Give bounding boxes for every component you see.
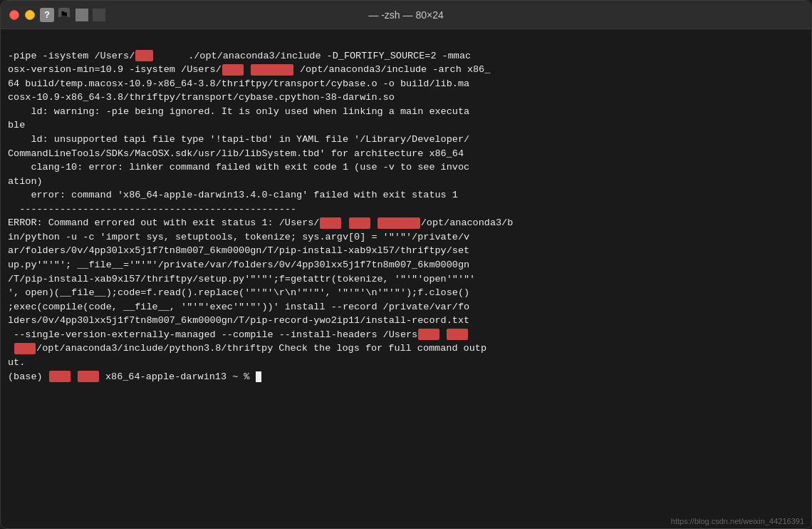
titlebar-title: — -zsh — 80×24: [368, 9, 443, 21]
redacted-5: [349, 217, 370, 229]
redacted-9: [14, 343, 36, 354]
titlebar-flag-icon: ⚑: [58, 8, 70, 22]
cursor: [256, 371, 261, 382]
output-line-17: /T/pip-install-xab9xl57/thriftpy/setup.p…: [8, 274, 475, 284]
output-line-11: error: command 'x86_64-apple-darwin13.4.…: [8, 190, 458, 200]
statusbar: https://blog.csdn.net/weixin_44216391: [1, 514, 811, 528]
terminal-body[interactable]: -pipe -isystem /Users/ ./opt/anaconda3/i…: [1, 29, 811, 514]
redacted-4: [320, 217, 341, 229]
output-line-16: up.py'"'"'; __file__='"'"'/private/var/f…: [8, 260, 469, 270]
redacted-6: [378, 217, 420, 229]
close-button[interactable]: [9, 10, 19, 20]
output-line-5: ld: warning: -pie being ignored. It is o…: [8, 106, 469, 117]
redacted-3: [251, 64, 293, 76]
terminal-window: ? ⚑ — -zsh — 80×24 -pipe -isystem /Users…: [0, 0, 812, 529]
output-line-2: osx-version-min=10.9 -isystem /Users/ /o…: [8, 64, 490, 75]
output-line-21: --single-version-externally-managed --co…: [8, 329, 469, 340]
output-line-8: CommandLineTools/SDKs/MacOSX.sdk/usr/lib…: [8, 148, 464, 159]
titlebar-squares: [74, 9, 107, 21]
output-line-15: ar/folders/0v/4pp30lxx5j1f7tn8m007_6km00…: [8, 245, 469, 256]
redacted-1: [135, 50, 152, 61]
redacted-11: [78, 371, 99, 382]
terminal-output: -pipe -isystem /Users/ ./opt/anaconda3/i…: [8, 35, 804, 398]
titlebar-sq-light: [76, 9, 88, 21]
output-line-18: ', open)(__file__);code=f.read().replace…: [8, 287, 469, 298]
prompt-line: (base) x86_64-apple-darwin13 ~ %: [8, 371, 261, 382]
redacted-10: [49, 371, 71, 382]
output-line-7: ld: unsupported tapi file type '!tapi-tb…: [8, 134, 469, 145]
titlebar: ? ⚑ — -zsh — 80×24: [1, 1, 811, 29]
redacted-2: [222, 64, 244, 76]
output-line-9: clang-10: error: linker command failed w…: [8, 162, 469, 173]
titlebar-sq-dark: [93, 9, 105, 21]
output-line-3: 64 build/temp.macosx-10.9-x86_64-3.8/thr…: [8, 78, 469, 89]
minimize-button[interactable]: [25, 10, 35, 20]
output-line-19: ;exec(compile(code, __file__, '"'"'exec'…: [8, 302, 469, 312]
output-line-1: -pipe -isystem /Users/ ./opt/anaconda3/i…: [8, 51, 471, 61]
titlebar-controls: ? ⚑: [40, 8, 107, 22]
titlebar-help-icon[interactable]: ?: [40, 8, 54, 22]
statusbar-url: https://blog.csdn.net/weixin_44216391: [671, 517, 804, 525]
output-line-23: ut.: [8, 357, 25, 368]
output-line-4: cosx-10.9-x86_64-3.8/thriftpy/transport/…: [8, 92, 395, 103]
redacted-8: [447, 329, 468, 340]
output-line-13: ERROR: Command errored out with exit sta…: [8, 217, 513, 228]
output-line-20: lders/0v/4pp30lxx5j1f7tn8m007_6km0000gn/…: [8, 315, 469, 326]
output-line-14: in/python -u -c 'import sys, setuptools,…: [8, 232, 469, 242]
redacted-7: [418, 329, 439, 340]
output-line-10: ation): [8, 176, 43, 187]
output-line-12: ----------------------------------------…: [8, 204, 296, 215]
output-line-6: ble: [8, 120, 25, 130]
output-line-22: /opt/anaconda3/include/python3.8/thriftp…: [8, 343, 486, 354]
